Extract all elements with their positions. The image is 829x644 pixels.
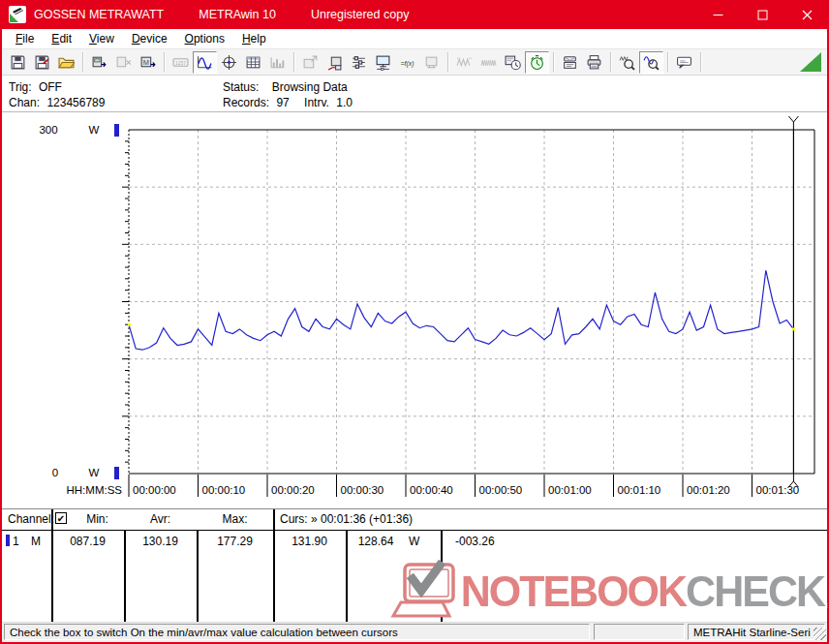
view-bars-button: [265, 51, 290, 74]
open-file-icon: [58, 54, 75, 71]
col-header-avr: Avr:: [124, 512, 197, 526]
toolbar-separator: [667, 52, 668, 72]
sample-rate-high-icon: [480, 54, 497, 71]
menu-device[interactable]: Device: [123, 30, 176, 47]
view-cursor-button[interactable]: [217, 51, 241, 74]
x-tick-label: 00:01:00: [548, 484, 592, 496]
status-label: Status:: [223, 80, 259, 94]
export-data-button: [298, 51, 322, 74]
toolbar-separator: [164, 52, 165, 72]
toolbar-corner-triangle-icon: [800, 52, 821, 72]
view-graph-button[interactable]: [193, 51, 217, 74]
records-label: Records:: [223, 96, 269, 109]
sample-rate-low-icon: [456, 54, 473, 71]
svg-text:1257: 1257: [175, 60, 186, 65]
value-cursor2: 128.64: [346, 535, 406, 548]
y-unit-label-bottom: W: [89, 467, 100, 478]
save-selection-button[interactable]: [30, 51, 54, 74]
view-bars-icon: [269, 54, 286, 71]
print-report-button[interactable]: [558, 51, 582, 74]
menu-bar: FileEditViewDeviceOptionsHelp: [2, 29, 827, 49]
statusbar-device-name: METRAHit Starline-Seri: [688, 624, 825, 640]
channel-number: 1: [13, 535, 19, 548]
x-tick-label: 00:00:00: [133, 484, 176, 496]
power-trace: [129, 270, 793, 350]
svg-text:M: M: [143, 57, 149, 66]
time-sync-icon: [505, 54, 521, 71]
title-program-name: METRAwin 10: [199, 8, 276, 21]
zoom-mode-icon: [643, 54, 660, 71]
stop-device-button: [111, 51, 136, 74]
menu-file[interactable]: File: [7, 30, 43, 47]
menu-edit[interactable]: Edit: [43, 30, 80, 47]
open-file-button[interactable]: [54, 51, 78, 74]
value-max: 177.29: [197, 535, 273, 548]
device-config-button[interactable]: [322, 51, 347, 74]
chart-plot-area[interactable]: 00:00:0000:00:1000:00:2000:00:3000:00:40…: [2, 113, 827, 508]
channel-mode: M: [31, 535, 41, 548]
read-memory-icon: M: [139, 54, 156, 71]
read-memory-button[interactable]: M: [136, 51, 160, 74]
cursor-handle-top[interactable]: [788, 116, 798, 130]
view-table-icon: [245, 54, 261, 71]
statusbar-empty-panel: [594, 624, 685, 640]
view-table-button[interactable]: [241, 51, 265, 74]
chan-value: 123456789: [46, 96, 105, 109]
channel-setup-button[interactable]: [347, 51, 371, 74]
status-info-panel: Trig: OFF Chan: 123456789 Status: Browsi…: [2, 77, 827, 112]
save-selection-icon: [34, 54, 50, 71]
resize-grip[interactable]: [814, 628, 826, 640]
time-sync-button[interactable]: [501, 51, 525, 74]
menu-view[interactable]: View: [80, 30, 123, 47]
channel-range-marker-top: [114, 124, 119, 137]
close-icon: [802, 10, 813, 20]
minimize-icon: [713, 10, 723, 20]
toolbar-separator: [700, 52, 701, 72]
tooltip-toggle-button[interactable]: [672, 51, 696, 74]
col-header-min: Min:: [71, 512, 124, 526]
interval-timer-icon: [529, 54, 545, 71]
x-tick-label: 00:00:30: [341, 484, 384, 496]
formula-button[interactable]: =f(x): [395, 51, 419, 74]
menu-options[interactable]: Options: [176, 30, 233, 47]
zoom-free-button[interactable]: [615, 51, 639, 74]
channel-color-marker: [6, 535, 10, 546]
interval-timer-button[interactable]: [525, 51, 549, 74]
print-button[interactable]: [582, 51, 606, 74]
value-avr: 130.19: [124, 535, 197, 548]
view-cursor-icon: [221, 54, 237, 71]
table-vline: [273, 509, 275, 623]
cursor2-trace-marker: [792, 327, 795, 330]
col-header-max: Max:: [197, 512, 273, 526]
save-file-button[interactable]: [6, 51, 30, 74]
status-value: Browsing Data: [272, 80, 348, 94]
col-header-cursor: Curs: » 00:01:36 (+01:36): [280, 512, 413, 526]
minimize-button[interactable]: [695, 0, 740, 29]
intrv-value: 1.0: [336, 96, 353, 109]
stop-device-icon: [115, 54, 132, 71]
display-setup-icon: [375, 54, 391, 71]
minmax-checkbox[interactable]: ✔: [55, 512, 67, 524]
statusbar-hint: Check the box to switch On the min/avr/m…: [4, 624, 590, 640]
sample-rate-high-button: [476, 51, 501, 74]
display-setup-button[interactable]: [371, 51, 395, 74]
device-panel-button: [419, 51, 444, 74]
menu-help[interactable]: Help: [233, 30, 275, 47]
channel-setup-icon: [351, 54, 367, 71]
cursor1-trace-marker: [128, 323, 131, 326]
toolbar-separator: [610, 52, 611, 72]
x-tick-label: 00:01:20: [687, 484, 730, 496]
value-unit: W: [409, 535, 419, 548]
zoom-mode-button[interactable]: [639, 51, 663, 74]
export-data-icon: [302, 54, 319, 71]
read-device-button[interactable]: [87, 51, 111, 74]
trig-label: Trig:: [9, 80, 32, 94]
x-tick-label: 00:00:40: [410, 484, 453, 496]
maximize-button[interactable]: [740, 0, 784, 29]
close-button[interactable]: [784, 0, 829, 29]
print-icon: [586, 54, 602, 71]
formula-icon: =f(x): [399, 54, 415, 71]
status-bar: Check the box to switch On the min/avr/m…: [2, 622, 827, 642]
x-tick-label: 00:00:10: [202, 484, 246, 496]
x-tick-label: 00:00:20: [271, 484, 315, 496]
